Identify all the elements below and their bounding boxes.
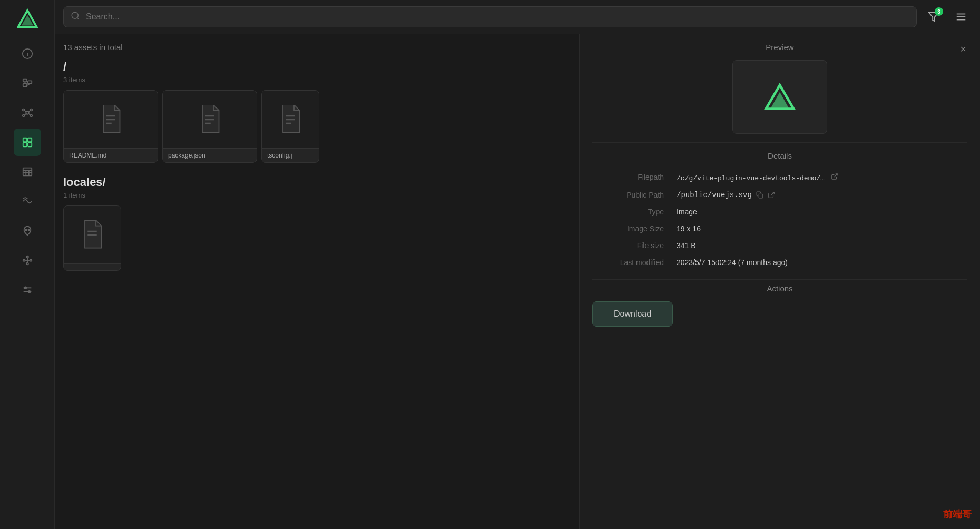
public-path-label: Public Path: [592, 187, 677, 203]
filepath-row: Filepath /c/g/vite-plugin-vue-devtools-d…: [592, 169, 967, 187]
menu-button[interactable]: [950, 6, 972, 27]
file-card-package[interactable]: package.json: [162, 90, 257, 163]
svg-rect-23: [23, 168, 32, 176]
file-size-label: File size: [592, 237, 677, 254]
image-size-label: Image Size: [592, 220, 677, 237]
assets-count: 13 assets in total: [63, 43, 571, 52]
file-list: 13 assets in total / 3 items: [55, 34, 580, 529]
file-card-locales-1[interactable]: [63, 205, 121, 271]
folder-locales: locales/ 1 items: [63, 175, 571, 271]
public-path-row: Public Path /public/vuejs.svg: [592, 187, 967, 203]
file-card-tsconfig[interactable]: tsconfig.j: [261, 90, 319, 163]
folder-root-count: 3 items: [63, 76, 571, 84]
folder-locales-title: locales/: [63, 175, 571, 189]
search-wrapper: [63, 6, 917, 27]
svg-line-16: [28, 110, 30, 112]
svg-point-11: [22, 109, 24, 111]
sidebar-item-routing[interactable]: [14, 188, 41, 215]
last-modified-value: 2023/5/7 15:02:24 (7 months ago): [677, 254, 967, 271]
svg-rect-7: [27, 81, 31, 84]
svg-rect-60: [759, 194, 763, 198]
file-thumb-readme: [64, 91, 158, 149]
filter-button[interactable]: 3: [923, 6, 944, 27]
svg-point-40: [72, 12, 78, 18]
svg-line-15: [24, 110, 26, 112]
filepath-external-link-icon[interactable]: [831, 173, 838, 180]
file-name-tsconfig: tsconfig.j: [262, 149, 319, 162]
actions-title: Actions: [592, 284, 967, 293]
sidebar-item-graph[interactable]: [14, 99, 41, 126]
svg-rect-22: [27, 143, 31, 146]
type-row: Type Image: [592, 203, 967, 220]
sidebar-item-components[interactable]: [14, 70, 41, 97]
watermark: 前端哥: [943, 508, 972, 521]
svg-line-59: [834, 174, 837, 177]
type-value: Image: [677, 203, 967, 220]
svg-point-28: [25, 229, 26, 231]
svg-point-10: [26, 111, 29, 114]
sidebar-item-settings[interactable]: [14, 276, 41, 303]
file-size-value: 341 B: [677, 237, 967, 254]
preview-box: [732, 60, 827, 134]
svg-point-32: [26, 256, 28, 258]
copy-path-icon[interactable]: [756, 191, 763, 199]
image-size-row: Image Size 19 x 16: [592, 220, 967, 237]
svg-rect-21: [23, 143, 26, 146]
actions-section: Actions Download: [580, 280, 980, 339]
search-icon: [71, 11, 80, 23]
download-button[interactable]: Download: [592, 301, 673, 327]
svg-rect-5: [23, 79, 26, 82]
main-area: 3 13 assets in total / 3 items: [55, 0, 980, 529]
folder-root-title: /: [63, 60, 571, 74]
file-name-locales-1: [64, 264, 121, 270]
svg-line-41: [77, 17, 79, 19]
filepath-value: /c/g/vite-plugin-vue-devtools-demo/…: [677, 174, 825, 182]
file-thumb-locales-1: [64, 206, 121, 264]
file-name-readme: README.md: [64, 149, 158, 162]
sidebar-item-network[interactable]: [14, 247, 41, 274]
svg-line-18: [28, 114, 30, 115]
svg-point-12: [30, 109, 32, 111]
svg-line-17: [24, 114, 26, 115]
folder-locales-grid: [63, 205, 571, 271]
svg-point-14: [30, 115, 32, 117]
svg-rect-19: [23, 138, 26, 142]
file-card-readme[interactable]: README.md: [63, 90, 158, 163]
details-table: Filepath /c/g/vite-plugin-vue-devtools-d…: [592, 169, 967, 271]
folder-locales-count: 1 items: [63, 191, 571, 199]
svg-point-31: [30, 259, 32, 261]
sidebar: [0, 0, 55, 529]
public-path-value-container: /public/vuejs.svg: [677, 191, 967, 199]
sidebar-item-pinia[interactable]: [14, 217, 41, 244]
open-path-icon[interactable]: [768, 191, 775, 199]
svg-point-37: [24, 287, 26, 289]
app-logo: [15, 6, 40, 32]
content-area: 13 assets in total / 3 items: [55, 34, 980, 529]
folder-root: / 3 items README.m: [63, 60, 571, 163]
preview-area: [580, 56, 980, 142]
folder-root-grid: README.md package.json: [63, 90, 571, 163]
details-section: Filepath /c/g/vite-plugin-vue-devtools-d…: [580, 164, 980, 279]
file-name-package: package.json: [163, 149, 257, 162]
header: 3: [55, 0, 980, 34]
svg-point-33: [26, 263, 28, 265]
svg-point-13: [22, 115, 24, 117]
close-button[interactable]: ×: [955, 41, 972, 57]
last-modified-row: Last modified 2023/5/7 15:02:24 (7 month…: [592, 254, 967, 271]
filepath-label: Filepath: [592, 169, 677, 187]
header-actions: 3: [923, 6, 972, 27]
details-title: Details: [580, 143, 980, 164]
svg-point-29: [28, 229, 30, 231]
detail-panel: × Preview Details Filepath: [580, 34, 980, 529]
svg-point-39: [28, 291, 30, 293]
type-label: Type: [592, 203, 677, 220]
search-input[interactable]: [63, 6, 917, 27]
image-size-value: 19 x 16: [677, 220, 967, 237]
sidebar-item-table[interactable]: [14, 158, 41, 185]
file-size-row: File size 341 B: [592, 237, 967, 254]
last-modified-label: Last modified: [592, 254, 677, 271]
svg-rect-20: [27, 138, 31, 142]
sidebar-item-info[interactable]: [14, 40, 41, 67]
file-thumb-package: [163, 91, 257, 149]
sidebar-item-assets[interactable]: [14, 129, 41, 156]
